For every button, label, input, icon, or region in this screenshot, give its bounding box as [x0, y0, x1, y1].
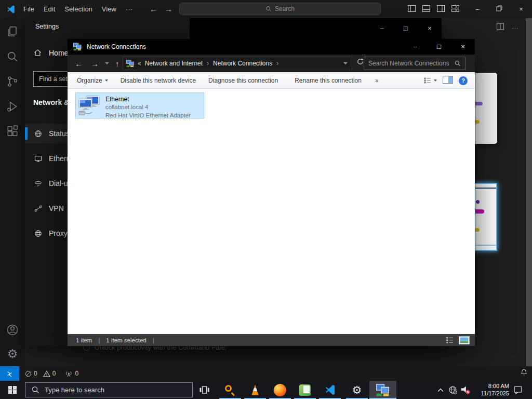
connection-name: Ethernet [105, 96, 191, 103]
run-debug-icon[interactable] [6, 100, 19, 113]
yellow-bar [475, 120, 480, 124]
warning-icon [43, 370, 50, 377]
errors-indicator[interactable]: 0 [25, 370, 37, 377]
menu-more-icon[interactable]: ··· [121, 0, 137, 18]
command-center-placeholder: Search [275, 5, 295, 12]
diagnose-connection-button[interactable]: Diagnose this connection [208, 77, 278, 84]
selected-count: 1 item selected [106, 337, 146, 343]
network-connections-icon [376, 383, 390, 397]
tray-volume-muted-icon[interactable] [459, 381, 472, 399]
magenta-bar [475, 209, 484, 214]
notifications-bell-icon[interactable] [520, 368, 528, 379]
item-count: 1 item [76, 337, 92, 343]
settings-window-title: Settings [35, 23, 59, 30]
settings-maximize-icon[interactable]: □ [394, 18, 418, 39]
background-window-partial-focused[interactable] [475, 183, 497, 251]
menu-edit[interactable]: Edit [39, 0, 60, 18]
vscode-restore-icon[interactable] [488, 0, 510, 18]
preview-pane-icon[interactable] [443, 76, 453, 85]
toggle-secondary-sidebar-icon[interactable] [437, 5, 445, 14]
warnings-indicator[interactable]: 0 [43, 370, 56, 377]
history-forward-icon[interactable]: → [161, 5, 177, 14]
nc-maximize-icon[interactable]: □ [427, 39, 451, 55]
nc-close-icon[interactable]: × [451, 39, 475, 55]
nc-address-bar: ← → ↑ « Network and Internet › Network C… [68, 55, 475, 72]
nav-up-icon[interactable]: ↑ [111, 59, 124, 68]
organize-button[interactable]: Organize [77, 77, 108, 84]
tray-overflow-chevron-icon[interactable] [435, 381, 446, 399]
disable-device-button[interactable]: Disable this network device [121, 77, 196, 84]
explorer-icon[interactable] [6, 25, 19, 38]
refresh-icon[interactable] [356, 58, 364, 68]
address-dropdown-chevron-icon[interactable] [343, 62, 348, 64]
extensions-icon[interactable] [6, 125, 19, 138]
ports-indicator[interactable]: 0 [65, 370, 78, 377]
split-editor-icon[interactable] [496, 22, 504, 33]
action-center-icon[interactable] [510, 381, 526, 399]
nav-back-icon[interactable]: ← [71, 59, 87, 68]
history-back-icon[interactable]: ← [145, 5, 162, 14]
breadcrumb-collapse[interactable]: « [138, 60, 141, 67]
toolbar-overflow-chevron[interactable]: » [375, 77, 379, 84]
menu-view[interactable]: View [97, 0, 121, 18]
toggle-sidebar-icon[interactable] [408, 5, 416, 14]
settings-close-icon[interactable]: × [418, 18, 442, 39]
settings-home-item[interactable]: Home [33, 48, 68, 57]
search-icon[interactable] [6, 50, 19, 63]
error-icon [25, 370, 32, 377]
firefox-icon [274, 384, 286, 396]
tray-clock[interactable]: 8:00 AM 11/17/2025 [471, 383, 509, 397]
settings-home-label: Home [49, 49, 68, 57]
broadcast-icon [65, 370, 73, 377]
manage-gear-icon[interactable]: ⚙ [6, 348, 19, 362]
settings-minimize-icon[interactable]: – [370, 18, 394, 39]
taskbar-app-notes[interactable] [292, 381, 317, 399]
taskbar-app-vscode[interactable] [317, 381, 342, 399]
account-icon[interactable] [6, 323, 19, 337]
settings-titlebar: – □ × [190, 18, 442, 39]
nc-file-list[interactable]: Ethernet collabnet.local 4 Red Hat VirtI… [68, 89, 475, 334]
editor-more-actions-icon[interactable]: ··· [512, 24, 518, 32]
taskbar-app-firefox[interactable] [268, 381, 292, 399]
taskbar-app-search-tool[interactable] [218, 381, 243, 399]
ethernet-adapter-icon [77, 96, 101, 118]
ethernet-adapter-item[interactable]: Ethernet collabnet.local 4 Red Hat VirtI… [75, 92, 204, 118]
breadcrumb-separator-icon[interactable]: › [276, 60, 278, 67]
vscode-status-bar: 0 0 0 [0, 366, 532, 381]
vlc-cone-icon [249, 385, 261, 395]
recent-locations-chevron-icon[interactable] [105, 62, 109, 64]
navy-line [475, 188, 496, 189]
menu-file[interactable]: File [19, 0, 39, 18]
task-view-button[interactable] [196, 381, 212, 399]
vscode-minimize-icon[interactable]: – [467, 0, 488, 18]
address-field[interactable]: « Network and Internet › Network Connect… [123, 57, 352, 70]
details-view-toggle-icon[interactable] [446, 337, 454, 343]
rename-connection-button[interactable]: Rename this connection [295, 77, 362, 84]
background-window-partial[interactable] [475, 73, 497, 144]
vscode-command-center[interactable]: Search [179, 3, 381, 15]
breadcrumb-network-connections[interactable]: Network Connections [213, 60, 272, 67]
nc-search-box[interactable]: Search Network Connections [364, 57, 466, 70]
customize-layout-icon[interactable] [451, 5, 459, 14]
toggle-panel-icon[interactable] [422, 5, 430, 14]
large-icons-view-toggle-icon[interactable] [459, 336, 470, 344]
search-icon[interactable] [455, 60, 461, 66]
tray-network-no-internet-icon[interactable] [447, 381, 459, 399]
change-view-button[interactable] [424, 77, 437, 84]
menu-selection[interactable]: Selection [60, 0, 97, 18]
nc-minimize-icon[interactable]: – [403, 39, 427, 55]
remote-indicator[interactable] [0, 366, 19, 381]
start-button[interactable] [0, 381, 25, 399]
taskbar-app-vlc[interactable] [243, 381, 268, 399]
breadcrumb-network-and-internet[interactable]: Network and Internet [145, 60, 203, 67]
taskbar-app-settings[interactable]: ⚙ [344, 381, 369, 399]
help-icon[interactable]: ? [459, 76, 468, 85]
nav-forward-icon[interactable]: → [87, 59, 103, 68]
source-control-icon[interactable] [6, 75, 19, 88]
taskbar-search-box[interactable]: Type here to search [25, 382, 193, 397]
taskbar-app-network-connections-active[interactable] [369, 381, 396, 399]
nc-search-placeholder: Search Network Connections [368, 60, 455, 67]
breadcrumb-separator-icon[interactable]: › [207, 60, 209, 67]
vscode-close-icon[interactable]: × [510, 0, 532, 18]
nc-window-title: Network Connections [87, 43, 146, 50]
